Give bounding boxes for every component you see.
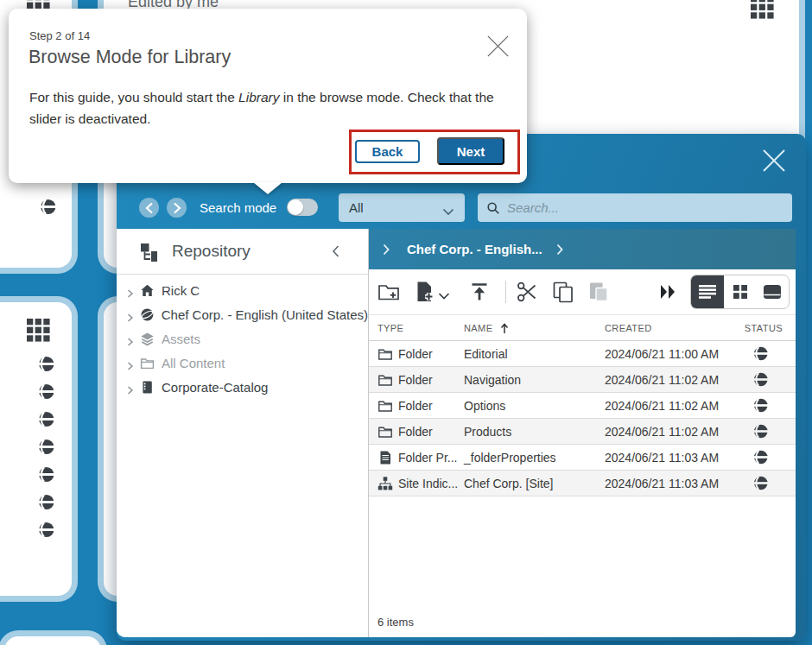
new-content-button[interactable] <box>413 281 435 303</box>
cell-type: Folder <box>398 347 433 361</box>
new-folder-button[interactable] <box>377 281 400 303</box>
cell-name: _folderProperties <box>464 451 556 465</box>
cell-name: Products <box>464 425 511 439</box>
more-actions-icon[interactable] <box>658 284 677 300</box>
table-row[interactable]: Folder Pr... _folderProperties 2024/06/2… <box>369 445 796 471</box>
search-icon <box>486 201 500 215</box>
cell-name: Chef Corp. [Site] <box>464 477 554 490</box>
status-icon <box>37 465 55 484</box>
column-type[interactable]: TYPE <box>377 323 403 333</box>
status-icon <box>752 371 769 388</box>
cell-type: Folder <box>398 425 433 439</box>
close-icon[interactable] <box>485 33 511 60</box>
upload-button[interactable] <box>468 281 491 303</box>
dialog-body: For this guide, you should start the Lib… <box>29 86 506 130</box>
breadcrumb-chevron-icon[interactable] <box>556 243 563 256</box>
table-row[interactable]: Folder Navigation 2024/06/21 11:02 AM <box>369 367 796 393</box>
background-card-footer <box>4 636 101 645</box>
step-indicator: Step 2 of 14 <box>29 29 90 42</box>
table-row[interactable]: Folder Editorial 2024/06/21 11:00 AM <box>369 341 796 367</box>
table-header: TYPE NAME CREATED STATUS <box>369 315 796 341</box>
filter-dropdown[interactable]: All <box>339 193 465 222</box>
nav-forward-button[interactable] <box>167 198 187 218</box>
tree-item-corporate-catalog[interactable]: Corporate-Catalog <box>117 375 368 399</box>
app-grid-icon[interactable] <box>751 0 774 19</box>
tree-item-label: Corporate-Catalog <box>162 380 268 395</box>
globe-icon <box>140 307 155 322</box>
expander-icon[interactable] <box>126 334 135 343</box>
cell-type: Folder Pr... <box>398 451 457 465</box>
catalog-icon <box>140 380 155 395</box>
tree-item-assets[interactable]: Assets <box>117 326 368 351</box>
cut-button[interactable] <box>516 281 538 303</box>
app-grid-icon[interactable] <box>27 319 50 342</box>
grid-view-button[interactable] <box>724 275 757 308</box>
search-bar <box>478 193 792 222</box>
breadcrumb-current[interactable]: Chef Corp. - English... <box>407 242 542 256</box>
next-button[interactable]: Next <box>437 137 504 165</box>
tree-item-rick-c[interactable]: Rick C <box>117 278 368 302</box>
tree-item-label: Assets <box>162 332 200 346</box>
body-text: For this guide, you should start the <box>29 90 238 104</box>
tree-item-chef-corp[interactable]: Chef Corp. - English (United States) <box>117 302 368 326</box>
items-count: 6 items <box>377 616 414 629</box>
collapse-panel-icon[interactable] <box>327 243 345 260</box>
sort-ascending-icon[interactable] <box>500 322 509 333</box>
expander-icon[interactable] <box>126 383 135 391</box>
new-content-menu-icon[interactable] <box>438 288 450 297</box>
cell-type: Folder <box>398 399 433 413</box>
copy-button[interactable] <box>552 281 574 303</box>
cell-type: Site Indic... <box>398 477 458 490</box>
cell-created: 2024/06/21 11:02 AM <box>605 425 719 439</box>
window-body: Repository Rick C Chef Corp. - English (… <box>117 229 796 637</box>
card-view-button[interactable] <box>756 275 789 308</box>
cell-created: 2024/06/21 11:00 AM <box>605 347 719 361</box>
status-icon <box>752 449 769 465</box>
expander-icon[interactable] <box>126 286 135 294</box>
folder-icon <box>377 398 393 414</box>
breadcrumb: Chef Corp. - English... <box>369 229 796 269</box>
content-area: Chef Corp. - English... <box>369 229 796 637</box>
cell-name: Editorial <box>464 347 508 361</box>
column-created[interactable]: CREATED <box>605 323 652 333</box>
search-input[interactable] <box>507 200 783 215</box>
file-list: Folder Editorial 2024/06/21 11:00 AM Fol… <box>369 341 796 496</box>
cell-type: Folder <box>398 373 433 387</box>
sitemap-icon <box>377 476 393 491</box>
chevron-right-icon <box>172 202 182 214</box>
table-row[interactable]: Site Indic... Chef Corp. [Site] 2024/06/… <box>369 471 796 496</box>
page-icon <box>377 450 393 465</box>
search-mode-toggle[interactable] <box>287 199 318 216</box>
chevron-down-icon <box>442 204 454 212</box>
window-close-icon[interactable] <box>760 147 788 174</box>
nav-back-button[interactable] <box>139 198 159 218</box>
folder-icon <box>377 424 393 439</box>
filter-value: All <box>349 200 364 215</box>
status-icon <box>752 475 769 491</box>
tree-item-label: Chef Corp. - English (United States) <box>162 307 368 322</box>
paste-button-disabled <box>587 281 610 303</box>
tree-item-all-content[interactable]: All Content <box>117 351 368 375</box>
cell-created: 2024/06/21 11:03 AM <box>605 477 719 490</box>
list-view-icon <box>698 284 717 300</box>
status-icon <box>39 198 57 216</box>
expander-icon[interactable] <box>126 310 135 319</box>
table-row[interactable]: Folder Products 2024/06/21 11:02 AM <box>369 419 796 445</box>
list-view-button[interactable] <box>691 275 724 308</box>
table-row[interactable]: Folder Options 2024/06/21 11:02 AM <box>369 393 796 419</box>
back-button[interactable]: Back <box>355 140 420 163</box>
column-name[interactable]: NAME <box>464 323 492 333</box>
folder-icon <box>140 356 155 370</box>
background-card-bottom-left <box>0 302 72 596</box>
status-icon <box>752 345 769 362</box>
chevron-left-icon <box>144 202 155 214</box>
tree-item-label: Rick C <box>162 283 200 298</box>
expander-icon[interactable] <box>126 358 135 367</box>
status-icon <box>37 383 55 401</box>
column-status[interactable]: STATUS <box>745 323 783 333</box>
toolbar-divider <box>505 281 506 303</box>
library-window: Search mode All Repository Rick C <box>117 134 806 641</box>
cell-created: 2024/06/21 11:02 AM <box>605 373 719 387</box>
breadcrumb-chevron-icon[interactable] <box>383 243 390 256</box>
tour-callout-pointer <box>253 182 282 194</box>
